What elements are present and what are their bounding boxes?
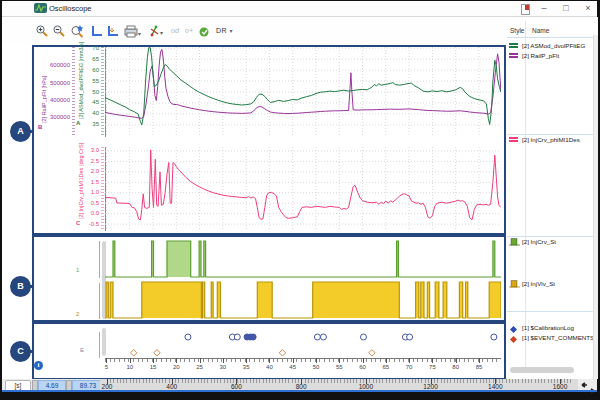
legend-header-divider	[507, 37, 593, 38]
axes-button[interactable]	[90, 24, 105, 39]
track-1-axis	[99, 241, 100, 278]
legend-item-label: [2] RailP_pFlt	[522, 52, 559, 59]
print-button[interactable]: ▾	[124, 24, 139, 39]
chart-a1-pressure-flow	[105, 47, 501, 137]
lines-style-icon	[509, 136, 522, 142]
zoom-out-button[interactable]	[52, 24, 67, 39]
minimize-button[interactable]: –	[536, 2, 552, 14]
info-icon[interactable]: i	[34, 361, 43, 370]
legend-item-label: [2] InjCrv_phiMI1Des	[522, 136, 580, 143]
svg-text:▾: ▾	[138, 31, 141, 37]
legend-hscroll-thumb[interactable]	[510, 367, 574, 373]
railp-tick-strip	[72, 47, 75, 137]
panel-a-badge[interactable]: A	[10, 121, 31, 142]
axis-letter-c: C	[76, 220, 80, 226]
offset-plus-button: o+	[185, 27, 193, 34]
track-2-axis	[99, 283, 100, 319]
ruler-minor-ticks	[107, 379, 572, 383]
track-2-label: 2	[76, 311, 79, 317]
legend-item[interactable]: [1] $EVENT_COMMENTS	[509, 332, 594, 342]
zoom-in-button[interactable]	[35, 24, 50, 39]
lines-style-icon	[509, 42, 522, 48]
maximize-button[interactable]: □	[558, 2, 574, 14]
chart-c-event-markers	[105, 324, 501, 356]
step-style-icon	[509, 232, 522, 250]
legend-item-label: [2] ASMod_dvolPFltEG	[522, 42, 585, 49]
legend-item[interactable]: [2] RailP_pFlt	[509, 50, 559, 60]
signal-cursor-button[interactable]: ▾	[148, 24, 163, 39]
axis-name-railp: [2] RailP_pFlt [hPa]	[41, 76, 47, 123]
legend-item[interactable]: [2] InjVlv_St	[509, 278, 555, 288]
window-bottom-border	[2, 390, 597, 392]
title-bar: Oscilloscope – □ ×	[2, 1, 597, 17]
legend-vscroll-track[interactable]	[593, 35, 598, 379]
chevron-down-icon: ▾	[230, 28, 234, 34]
window-title: Oscilloscope	[49, 4, 92, 13]
scroll-left-right-icons	[579, 382, 597, 394]
legend-style-header: Style	[510, 27, 524, 34]
chart-a2-phimi1des	[105, 147, 501, 231]
recorder-indicator-icon	[521, 4, 530, 15]
screen: Oscilloscope – □ × ▾ ▾ od o+ DR ▾ A B C	[0, 0, 600, 400]
legend-name-header: Name	[532, 27, 549, 34]
oscilloscope-window: Oscilloscope – □ × ▾ ▾ od o+ DR ▾ A B C	[2, 1, 597, 392]
x-axis-minor-ticks	[105, 359, 501, 362]
sync-button[interactable]	[198, 24, 213, 39]
legend-item-label: [2] InjVlv_St	[522, 280, 555, 287]
step-style-icon	[509, 274, 522, 292]
legend-item[interactable]: [2] InjCrv_phiMI1Des	[509, 134, 580, 144]
axis-letter-a: A	[76, 120, 80, 126]
offset-d-button: od	[171, 27, 179, 34]
scroll-arrows[interactable]	[579, 380, 597, 398]
legend-column-divider	[525, 21, 526, 371]
zoom-region-button[interactable]	[70, 24, 85, 39]
axis-name-asmod: [2] ASMod_dvolPFltEG [mm3/s]	[78, 42, 84, 119]
axis-name-phimi1des: [2] InjCrv_phiMI1Des [deg CrS]	[78, 143, 84, 219]
app-icon	[34, 3, 47, 13]
close-button[interactable]: ×	[580, 2, 596, 14]
track-e-label: E	[80, 347, 84, 353]
legend-item-label: [2] InjCrv_St	[522, 238, 556, 245]
panel-b-badge[interactable]: B	[10, 276, 31, 297]
legend-item[interactable]: [2] InjCrv_St	[509, 236, 556, 246]
legend-item-label: [1] $EVENT_COMMENTS	[522, 334, 594, 341]
legend-section-divider-3	[507, 311, 593, 312]
asmod-tick-strip	[101, 47, 104, 137]
panel-c-badge[interactable]: C	[10, 341, 31, 362]
chart-b-step-signals	[105, 237, 501, 320]
lines-style-icon	[509, 52, 522, 58]
legend-item[interactable]: [2] ASMod_dvolPFltEG	[509, 40, 585, 50]
diamond-style-icon	[509, 328, 522, 346]
track-e-axis	[99, 332, 100, 358]
legend-item-label: [1] $CalibrationLog	[522, 324, 574, 331]
track-1-label: 1	[76, 267, 79, 273]
phimi1des-tick-strip	[101, 147, 104, 231]
legend-panel: Style Name [2] ASMod_dvolPFltEG[2] RailP…	[507, 17, 598, 379]
axes-split-button[interactable]	[106, 24, 121, 39]
axis-letter-b: B	[38, 124, 42, 130]
svg-text:▾: ▾	[160, 30, 163, 36]
dr-menu-button[interactable]: DR ▾	[216, 27, 233, 34]
